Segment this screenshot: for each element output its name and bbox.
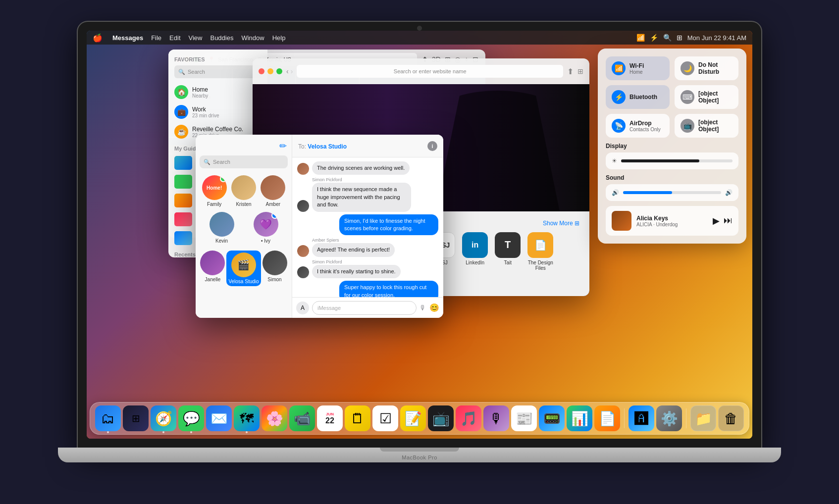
search-icon[interactable]: 🔍 [663, 34, 672, 42]
brightness-icon: ☀ [612, 157, 617, 164]
brightness-slider[interactable] [621, 159, 733, 162]
apple-menu-icon[interactable]: 🍎 [93, 33, 103, 43]
dock-photos[interactable]: 🌸 [262, 405, 287, 431]
dock-newfolder[interactable]: 📁 [690, 405, 716, 431]
dock-maps[interactable]: 🗺 [234, 405, 260, 431]
safari-minimize[interactable] [267, 68, 273, 74]
audio-icon[interactable]: 🎙 [420, 304, 426, 312]
messages-window: ✏ 🔍 Search Home! [196, 135, 443, 318]
play-icon[interactable]: ▶ [713, 215, 720, 226]
compose-icon[interactable]: ✏ [279, 141, 287, 151]
person-ivy[interactable]: 💜 • Ivy [254, 212, 278, 244]
person-amber[interactable]: Amber [261, 175, 285, 207]
back-icon[interactable]: ‹ [286, 67, 289, 75]
active-app-name[interactable]: Messages [112, 34, 143, 42]
fav-linkedin[interactable]: in LinkedIn [462, 232, 488, 271]
forward-icon[interactable]: › [291, 67, 293, 75]
bluetooth-tile-icon: ⚡ [612, 90, 626, 104]
imessage-input[interactable]: iMessage [312, 301, 417, 315]
parks-guide-thumb [174, 175, 192, 189]
person-simon[interactable]: Simon [262, 251, 287, 286]
calendar-month: JUN [326, 412, 334, 416]
dnd-text: Do Not Disturb [698, 61, 733, 75]
dock-news[interactable]: 📰 [511, 405, 537, 431]
dock-numbers[interactable]: 📊 [567, 405, 592, 431]
dock-tv[interactable]: 📺 [428, 405, 454, 431]
dock-notes[interactable]: 📝 [400, 405, 426, 431]
airplay-tile[interactable]: 📺 [object Object] [675, 114, 738, 138]
dock-trash[interactable]: 🗑 [718, 405, 744, 431]
menu-help[interactable]: Help [272, 34, 286, 42]
person-kevin[interactable]: Kevin [210, 212, 234, 244]
bluetooth-tile[interactable]: ⚡ Bluetooth [606, 85, 670, 109]
dock-finder[interactable]: 🗂 [95, 405, 121, 431]
dock-podcasts[interactable]: 🎙 [483, 405, 509, 431]
chat-msg-2-group: Simon Pickford I think the new sequence … [297, 177, 438, 211]
menu-view[interactable]: View [189, 34, 203, 42]
person-janelle[interactable]: Janelle [200, 251, 225, 286]
chat-app-icon[interactable]: A [296, 302, 309, 314]
show-more-button[interactable]: Show More ⊞ [543, 220, 579, 227]
messages-people-row1: Home! Family Kristen A [196, 172, 292, 212]
messages-left-panel: ✏ 🔍 Search Home! [196, 135, 292, 318]
bluetooth-icon[interactable]: ⚡ [650, 34, 658, 42]
dock-pages[interactable]: 📄 [594, 405, 620, 431]
home-fav-name: Home [192, 86, 208, 93]
coffee-fav-name: Reveille Coffee Co. [192, 126, 243, 133]
dock-sidecar[interactable]: 📟 [539, 405, 565, 431]
amber-name: Amber [266, 202, 280, 207]
dock-messages[interactable]: 💬 [178, 405, 204, 431]
music-controls[interactable]: ▶ ⏭ [713, 215, 733, 226]
finder-dot [107, 431, 109, 433]
safari-share-icon[interactable]: ⬆ [567, 67, 574, 76]
kevin-name: Kevin [215, 238, 228, 244]
dock-facetime[interactable]: 📹 [289, 405, 315, 431]
skip-icon[interactable]: ⏭ [724, 215, 733, 226]
safari-url-bar[interactable]: Search or enter website name [297, 65, 563, 78]
dock-launchpad[interactable]: ⊞ [123, 405, 149, 431]
person-family[interactable]: Home! Family [202, 175, 227, 207]
airdrop-tile[interactable]: 📡 AirDrop Contacts Only [606, 114, 670, 138]
emoji-icon[interactable]: 😊 [429, 303, 439, 312]
wifi-tile-icon: 📶 [612, 61, 626, 75]
one-guide-thumb [174, 212, 192, 226]
tait-fav-icon: T [495, 232, 521, 258]
maps-search-input[interactable]: 🔍 Search [174, 65, 262, 78]
keyboard-brightness-tile[interactable]: ⌨ [object Object] [675, 85, 738, 109]
control-center-icon[interactable]: ⊞ [677, 34, 682, 42]
safari-close[interactable] [259, 68, 264, 74]
work-fav-subtitle: 23 min drive [192, 113, 219, 118]
menu-file[interactable]: File [151, 34, 161, 42]
safari-maximize[interactable] [276, 68, 282, 74]
menu-buddies[interactable]: Buddies [210, 34, 233, 42]
menubar-left: 🍎 Messages File Edit View Buddies Window… [93, 33, 285, 43]
safari-dock-icon: 🧭 [155, 410, 172, 427]
wifi-tile[interactable]: 📶 Wi-Fi Home [606, 56, 670, 80]
dock-music[interactable]: 🎵 [456, 405, 481, 431]
airdrop-label: AirDrop [629, 120, 661, 127]
dock-sysprefs[interactable]: ⚙️ [656, 405, 682, 431]
dock-calendar[interactable]: JUN 22 [317, 405, 343, 431]
msg-bubble-5: I think it's really starting to shine. [312, 265, 401, 278]
velosa-avatar: 🎬 [231, 252, 256, 277]
dock-stickies[interactable]: 🗒 [345, 405, 370, 431]
chat-info-button[interactable]: i [427, 141, 437, 151]
fav-design[interactable]: 📄 The DesignFiles [527, 232, 553, 271]
menu-window[interactable]: Window [241, 34, 264, 42]
date-time: Mon Jun 22 9:41 AM [687, 34, 746, 42]
dock-mail[interactable]: ✉️ [206, 405, 232, 431]
volume-slider[interactable] [623, 191, 721, 194]
dock-appstore[interactable]: 🅰 [629, 405, 654, 431]
menu-edit[interactable]: Edit [169, 34, 180, 42]
menubar-right: 📶 ⚡ 🔍 ⊞ Mon Jun 22 9:41 AM [636, 34, 746, 42]
do-not-disturb-tile[interactable]: 🌙 Do Not Disturb [675, 56, 738, 80]
dock-reminders[interactable]: ☑ [372, 405, 398, 431]
wifi-icon[interactable]: 📶 [636, 34, 645, 42]
dock-safari[interactable]: 🧭 [151, 405, 176, 431]
safari-tabs-icon[interactable]: ⊞ [577, 67, 583, 75]
messages-search[interactable]: 🔍 Search [200, 155, 288, 168]
person-kristen[interactable]: Kristen [231, 175, 256, 207]
notes-icon: 📝 [405, 410, 422, 427]
person-velosa[interactable]: 🎬 Velosa Studio [226, 251, 261, 286]
fav-tait[interactable]: T Tait [495, 232, 521, 271]
